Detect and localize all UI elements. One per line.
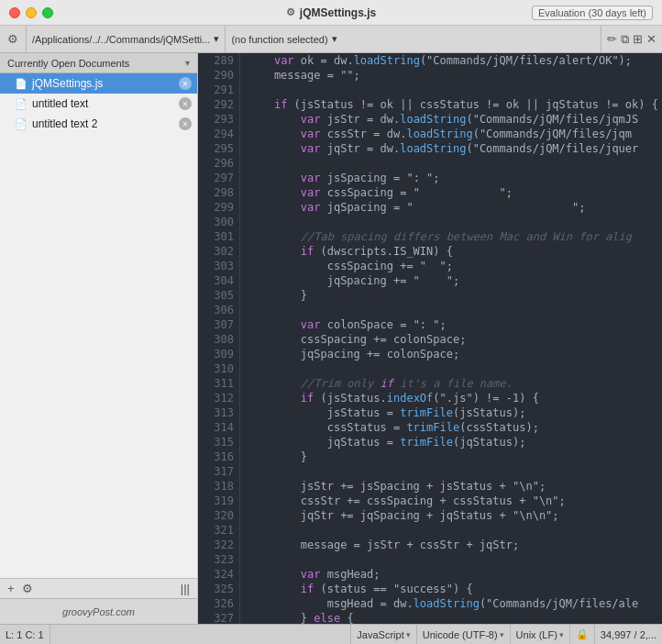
sidebar-bottom-icons: + ⚙ |||	[0, 578, 197, 598]
sidebar-footer: groovyPost.com	[0, 598, 197, 624]
close-btn-0[interactable]: ×	[179, 77, 192, 90]
sidebar-header: Currently Open Documents ▾	[0, 53, 197, 73]
sidebar-header-label: Currently Open Documents	[7, 58, 129, 69]
status-lock-section: 🔒	[570, 625, 595, 644]
copy-icon[interactable]: ⧉	[621, 32, 629, 47]
sidebar-item-1[interactable]: 📄 untitled text ×	[0, 94, 197, 114]
status-language-section[interactable]: JavaScript ▾	[351, 625, 416, 644]
sidebar-item-2[interactable]: 📄 untitled text 2 ×	[0, 114, 197, 134]
lineending-label: Unix (LF)	[516, 629, 557, 640]
close-btn-2[interactable]: ×	[179, 117, 192, 130]
plus-icon[interactable]: +	[7, 582, 15, 595]
footer-text: groovyPost.com	[62, 606, 135, 617]
path-chevron[interactable]: ▾	[214, 33, 219, 45]
collapse-icon[interactable]: |||	[181, 582, 190, 595]
settings-icon[interactable]: ⚙	[22, 582, 33, 595]
line-numbers: 2892902912922932942952962972982993003013…	[198, 53, 240, 624]
toolbar-icons: ✏ ⧉ ⊞ ✕	[601, 32, 662, 47]
toolbar: ⚙ /Applications/../../Commands/jQMSetti.…	[0, 26, 662, 53]
encoding-label: Unicode (UTF-8)	[423, 629, 498, 640]
status-empty	[50, 625, 352, 644]
function-chevron[interactable]: ▾	[332, 33, 337, 45]
expand-icon[interactable]: ⊞	[633, 32, 643, 46]
traffic-lights	[0, 7, 53, 18]
code-content[interactable]: var ok = dw.loadString("Commands/jQM/fil…	[240, 53, 662, 624]
status-encoding-section[interactable]: Unicode (UTF-8) ▾	[417, 625, 511, 644]
sidebar-chevron[interactable]: ▾	[185, 58, 190, 68]
sidebar-item-label-1: untitled text	[32, 97, 88, 110]
filesize-label: 34,997 / 2,...	[601, 629, 656, 640]
toolbar-function-section[interactable]: (no function selected) ▾	[226, 26, 601, 52]
lineending-chevron[interactable]: ▾	[559, 630, 564, 639]
toolbar-gear-section: ⚙	[0, 26, 27, 52]
toolbar-path-section[interactable]: /Applications/../../Commands/jQMSetti...…	[27, 26, 226, 52]
lock-icon: 🔒	[576, 628, 589, 640]
eval-badge: Evaluation (30 days left)	[532, 6, 653, 20]
file-icon-2: 📄	[15, 118, 28, 130]
cursor-position: L: 1 C: 1	[6, 629, 44, 640]
file-icon-0: 📄	[15, 78, 28, 90]
close-btn-1[interactable]: ×	[179, 97, 192, 110]
code-container[interactable]: 2892902912922932942952962972982993003013…	[198, 53, 662, 624]
status-position-section: L: 1 C: 1	[0, 625, 50, 644]
title-bar: ⚙ jQMSettings.js Evaluation (30 days lef…	[0, 0, 662, 26]
language-chevron[interactable]: ▾	[406, 630, 411, 639]
close-icon[interactable]: ✕	[646, 32, 656, 46]
sidebar-item-label-0: jQMSettings.js	[32, 77, 103, 90]
main-area: Currently Open Documents ▾ 📄 jQMSettings…	[0, 53, 662, 624]
sidebar-item-0[interactable]: 📄 jQMSettings.js ×	[0, 73, 197, 94]
sidebar: Currently Open Documents ▾ 📄 jQMSettings…	[0, 53, 198, 624]
window-title: ⚙ jQMSettings.js	[286, 6, 376, 19]
minimize-button[interactable]	[26, 7, 37, 18]
path-label: /Applications/../../Commands/jQMSetti...	[32, 34, 210, 45]
pencil-icon[interactable]: ✏	[607, 32, 617, 46]
gear-icon[interactable]: ⚙	[6, 32, 20, 46]
editor-area[interactable]: 2892902912922932942952962972982993003013…	[198, 53, 662, 624]
close-button[interactable]	[9, 7, 20, 18]
function-label: (no function selected)	[231, 34, 327, 45]
status-filesize-section: 34,997 / 2,...	[595, 625, 662, 644]
encoding-chevron[interactable]: ▾	[500, 630, 504, 639]
status-lineending-section[interactable]: Unix (LF) ▾	[511, 625, 570, 644]
maximize-button[interactable]	[42, 7, 53, 18]
language-label: JavaScript	[357, 629, 403, 640]
status-bar: L: 1 C: 1 JavaScript ▾ Unicode (UTF-8) ▾…	[0, 624, 662, 644]
sidebar-items: 📄 jQMSettings.js × 📄 untitled text × 📄 u…	[0, 73, 197, 326]
file-icon: ⚙	[286, 6, 295, 18]
sidebar-item-label-2: untitled text 2	[32, 117, 97, 130]
file-icon-1: 📄	[15, 98, 28, 110]
